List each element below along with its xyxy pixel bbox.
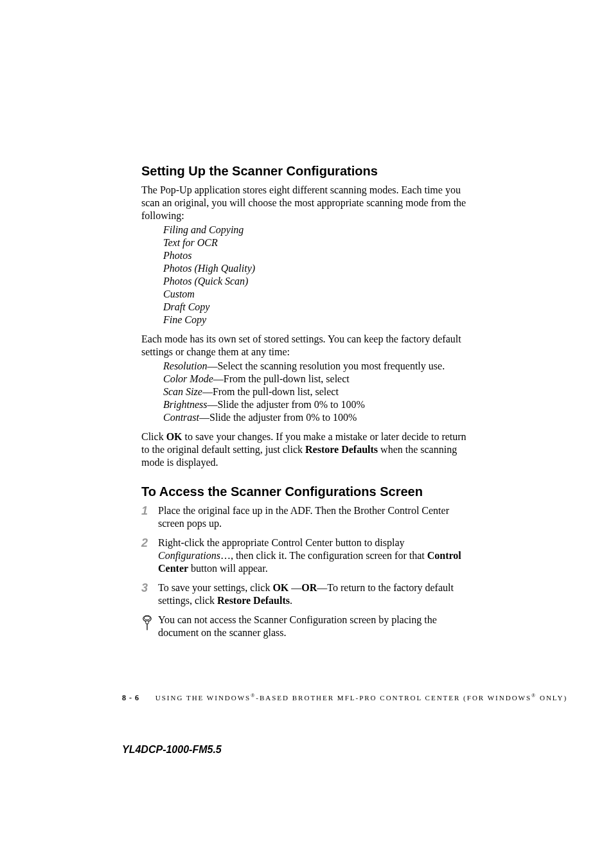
intro-paragraph: The Pop-Up application stores eight diff… xyxy=(141,184,472,222)
footer-text: ONLY) xyxy=(537,694,567,702)
or-label: OR xyxy=(301,582,317,593)
note-text: You can not access the Scanner Configura… xyxy=(158,614,472,639)
text: — xyxy=(289,582,301,593)
text: . xyxy=(290,595,292,606)
text: To save your settings, click xyxy=(158,582,272,593)
settings-list: Resolution—Select the scanning resolutio… xyxy=(163,360,472,424)
step-text: To save your settings, click OK —OR—To r… xyxy=(158,581,472,607)
save-paragraph: Click OK to save your changes. If you ma… xyxy=(141,430,472,469)
mode-item: Fine Copy xyxy=(163,314,472,326)
mode-item: Photos (Quick Scan) xyxy=(163,275,472,288)
setting-term: Resolution xyxy=(163,360,207,371)
page-content: Setting Up the Scanner Configurations Th… xyxy=(0,0,613,639)
setting-item: Brightness—Slide the adjuster from 0% to… xyxy=(163,398,472,411)
mode-item: Photos xyxy=(163,249,472,262)
setting-term: Brightness xyxy=(163,399,207,410)
step-number: 2 xyxy=(141,536,158,551)
step-number: 1 xyxy=(141,504,158,518)
settings-intro: Each mode has its own set of stored sett… xyxy=(141,333,472,359)
steps-list: 1 Place the original face up in the ADF.… xyxy=(141,504,472,607)
setting-term: Contrast xyxy=(163,412,199,423)
scan-modes-list: Filing and Copying Text for OCR Photos P… xyxy=(163,224,472,326)
pushpin-icon xyxy=(141,615,155,634)
step-item: 1 Place the original face up in the ADF.… xyxy=(141,504,472,530)
text: …, then click it. The configuration scre… xyxy=(220,550,427,561)
setting-item: Color Mode—From the pull-down list, sele… xyxy=(163,373,472,385)
setting-desc: —Slide the adjuster from 0% to 100% xyxy=(199,412,357,423)
configurations-label: Configurations xyxy=(158,550,220,561)
footer-text: -BASED BROTHER MFL-PRO CONTROL CENTER (F… xyxy=(256,694,531,702)
footer-text: USING THE WINDOWS xyxy=(155,694,251,702)
mode-item: Photos (High Quality) xyxy=(163,262,472,275)
restore-defaults-label: Restore Defaults xyxy=(217,595,290,606)
document-id: YL4DCP-1000-FM5.5 xyxy=(122,744,222,756)
text: button will appear. xyxy=(188,563,268,574)
step-text: Right-click the appropriate Control Cent… xyxy=(158,536,472,575)
text: Click xyxy=(141,431,166,442)
mode-item: Custom xyxy=(163,288,472,301)
ok-label: OK xyxy=(166,431,182,442)
step-item: 3 To save your settings, click OK —OR—To… xyxy=(141,581,472,607)
registered-symbol: ® xyxy=(531,693,537,698)
step-item: 2 Right-click the appropriate Control Ce… xyxy=(141,536,472,575)
setting-desc: —Slide the adjuster from 0% to 100% xyxy=(207,399,364,410)
page-number: 8 - 6 xyxy=(122,693,139,702)
setting-item: Resolution—Select the scanning resolutio… xyxy=(163,360,472,373)
restore-defaults-label: Restore Defaults xyxy=(305,444,378,455)
setting-term: Scan Size xyxy=(163,386,202,397)
text: Right-click the appropriate Control Cent… xyxy=(158,537,404,548)
setting-term: Color Mode xyxy=(163,373,213,384)
setting-item: Contrast—Slide the adjuster from 0% to 1… xyxy=(163,411,472,424)
step-number: 3 xyxy=(141,581,158,596)
heading-access-scanner: To Access the Scanner Configurations Scr… xyxy=(141,484,472,499)
mode-item: Draft Copy xyxy=(163,301,472,314)
mode-item: Filing and Copying xyxy=(163,224,472,236)
mode-item: Text for OCR xyxy=(163,236,472,249)
setting-desc: —From the pull-down list, select xyxy=(213,373,350,384)
ok-label: OK xyxy=(272,582,289,593)
setting-desc: —Select the scanning resolution you most… xyxy=(207,360,445,371)
note-block: You can not access the Scanner Configura… xyxy=(141,614,472,639)
setting-desc: —From the pull-down list, select xyxy=(202,386,339,397)
svg-point-1 xyxy=(145,616,150,620)
step-text: Place the original face up in the ADF. T… xyxy=(158,504,472,530)
page-footer: 8 - 6 USING THE WINDOWS®-BASED BROTHER M… xyxy=(122,693,567,703)
heading-setup-scanner: Setting Up the Scanner Configurations xyxy=(141,164,472,179)
setting-item: Scan Size—From the pull-down list, selec… xyxy=(163,385,472,398)
